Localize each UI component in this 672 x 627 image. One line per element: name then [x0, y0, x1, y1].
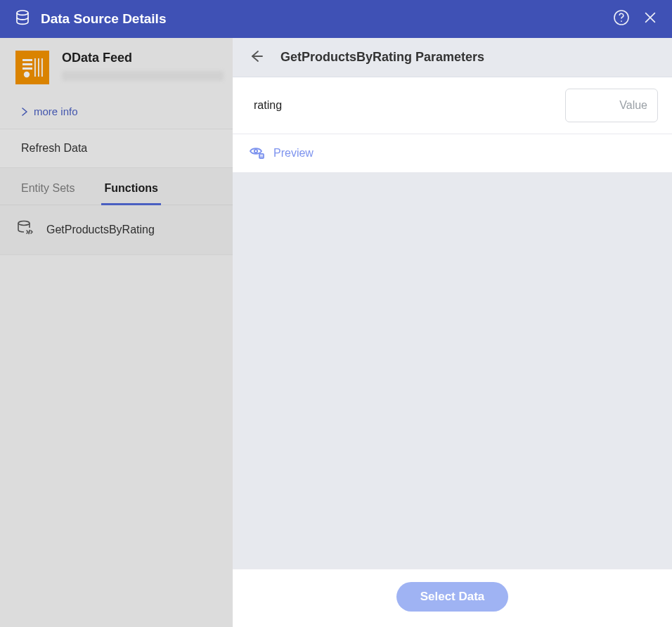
svg-point-7 — [24, 72, 30, 77]
source-url-redacted — [62, 71, 224, 81]
svg-rect-8 — [34, 58, 36, 77]
back-icon[interactable] — [248, 48, 265, 67]
function-item[interactable]: GetProductsByRating — [0, 205, 233, 255]
param-row-rating: rating — [233, 77, 672, 134]
param-label: rating — [254, 99, 282, 112]
window-title: Data Source Details — [41, 11, 613, 27]
function-item-label: GetProductsByRating — [46, 224, 155, 236]
tab-entity-sets[interactable]: Entity Sets — [21, 182, 75, 205]
svg-rect-10 — [41, 58, 43, 77]
right-panel: GetProductsByRating Parameters rating Pr… — [233, 38, 672, 627]
select-data-button[interactable]: Select Data — [396, 582, 509, 612]
refresh-label: Refresh Data — [21, 142, 87, 154]
chevron-right-icon — [21, 108, 28, 116]
refresh-data-button[interactable]: Refresh Data — [0, 129, 233, 168]
left-panel: OData Feed more info Refresh Data Entity… — [0, 38, 233, 627]
svg-rect-4 — [22, 59, 32, 61]
tab-functions[interactable]: Functions — [104, 182, 157, 205]
preview-icon — [248, 144, 265, 162]
svg-rect-6 — [22, 67, 32, 70]
titlebar: Data Source Details — [0, 0, 672, 38]
database-icon — [14, 9, 31, 29]
param-value-input[interactable] — [565, 89, 658, 122]
preview-button[interactable]: Preview — [233, 134, 672, 173]
more-info-link[interactable]: more info — [0, 94, 233, 129]
tab-entity-sets-label: Entity Sets — [21, 182, 75, 194]
tab-functions-label: Functions — [104, 182, 157, 194]
svg-rect-5 — [22, 63, 32, 65]
right-header: GetProductsByRating Parameters — [233, 38, 672, 77]
more-info-label: more info — [34, 105, 78, 117]
parameters-title: GetProductsByRating Parameters — [280, 50, 484, 65]
function-icon — [15, 219, 34, 240]
close-icon[interactable] — [642, 10, 658, 28]
select-data-label: Select Data — [420, 590, 485, 603]
odata-icon — [15, 51, 49, 84]
svg-point-2 — [621, 20, 622, 22]
svg-point-0 — [17, 11, 28, 15]
footer: Select Data — [233, 569, 672, 627]
source-header: OData Feed — [0, 38, 233, 94]
svg-point-11 — [18, 221, 30, 226]
left-tabs: Entity Sets Functions — [0, 168, 233, 205]
source-name: OData Feed — [62, 51, 224, 65]
help-icon[interactable] — [613, 9, 630, 29]
svg-rect-9 — [38, 58, 39, 77]
svg-point-12 — [254, 150, 257, 153]
preview-label: Preview — [273, 147, 314, 160]
